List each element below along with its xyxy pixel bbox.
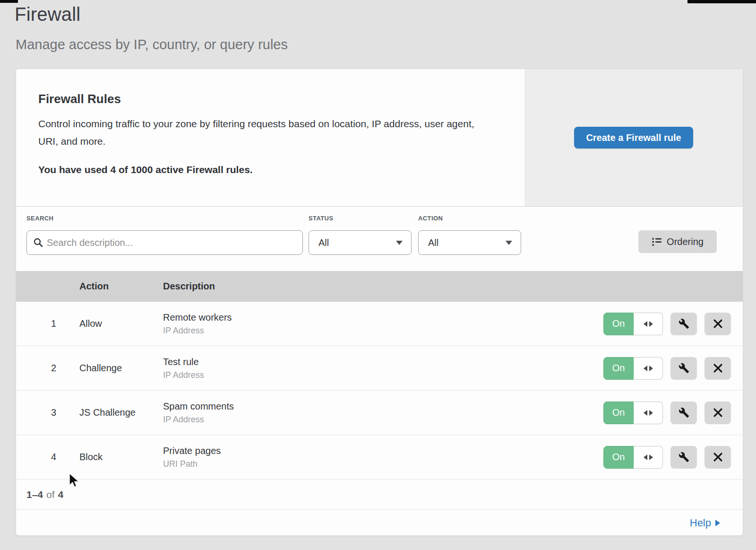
rule-match-type: IP Address	[163, 415, 603, 425]
filter-bar: SEARCH STATUS All ACTION All	[16, 207, 743, 271]
rule-controls: On	[603, 402, 731, 424]
close-icon	[713, 363, 723, 373]
rules-list: 1 Allow Remote workers IP Address On	[16, 302, 743, 480]
delete-rule-button[interactable]	[704, 357, 731, 380]
search-icon	[34, 238, 43, 247]
firewall-rules-heading: Firewall Rules	[38, 92, 493, 106]
close-icon	[713, 408, 723, 418]
arrow-left-icon	[644, 410, 647, 416]
ordering-button-label: Ordering	[667, 236, 704, 247]
firewall-rules-intro-section: Firewall Rules Control incoming traffic …	[16, 69, 743, 207]
rule-description: Remote workers	[163, 312, 603, 323]
edit-rule-button[interactable]	[670, 313, 697, 335]
column-header-description: Description	[163, 281, 743, 292]
capture-artifact	[687, 0, 756, 3]
help-arrow-icon	[715, 520, 720, 526]
toggle-on-segment[interactable]: On	[603, 313, 634, 335]
help-row: Help	[16, 510, 743, 536]
rule-number: 2	[16, 363, 79, 374]
rule-toggle[interactable]: On	[603, 357, 663, 380]
status-select[interactable]: All	[309, 230, 412, 255]
arrow-right-icon	[649, 454, 653, 460]
wrench-icon	[679, 318, 689, 329]
firewall-rules-usage: You have used 4 of 1000 active Firewall …	[38, 164, 493, 175]
rule-match-type: URI Path	[163, 459, 603, 469]
rule-toggle[interactable]: On	[603, 313, 663, 335]
action-select[interactable]: All	[418, 230, 521, 255]
rule-controls: On	[603, 313, 731, 335]
toggle-on-segment[interactable]: On	[603, 446, 634, 469]
toggle-arrows-segment[interactable]	[634, 446, 663, 469]
edit-rule-button[interactable]	[670, 402, 697, 424]
edit-rule-button[interactable]	[670, 446, 697, 469]
ordered-list-icon	[652, 236, 662, 247]
ordering-button[interactable]: Ordering	[638, 230, 717, 253]
rule-action: Block	[79, 452, 163, 463]
delete-rule-button[interactable]	[704, 446, 731, 469]
page-subtitle: Manage access by IP, country, or query r…	[16, 37, 288, 52]
table-row: 2 Challenge Test rule IP Address On	[16, 346, 743, 391]
pagination: 1–4 of 4	[16, 480, 743, 510]
wrench-icon	[679, 407, 689, 418]
delete-rule-button[interactable]	[704, 402, 731, 424]
arrow-left-icon	[644, 454, 647, 460]
toggle-arrows-segment[interactable]	[634, 402, 663, 424]
rule-toggle[interactable]: On	[603, 402, 663, 424]
rule-action: Challenge	[79, 363, 163, 374]
chevron-down-icon	[506, 241, 512, 245]
rule-match-type: IP Address	[163, 370, 603, 380]
rule-number: 1	[16, 318, 79, 329]
rule-description: Spam comments	[163, 401, 603, 412]
arrow-right-icon	[649, 410, 653, 416]
arrow-left-icon	[644, 321, 647, 327]
toggle-on-segment[interactable]: On	[603, 402, 634, 424]
action-value: All	[428, 237, 438, 248]
action-label: ACTION	[418, 215, 443, 222]
rule-controls: On	[603, 357, 731, 380]
toggle-arrows-segment[interactable]	[634, 357, 663, 380]
pagination-total: 4	[58, 489, 64, 500]
rule-match-type: IP Address	[163, 326, 603, 336]
rule-description-cell: Test rule IP Address	[163, 357, 603, 380]
help-link[interactable]: Help	[690, 517, 720, 529]
close-icon	[713, 452, 723, 462]
edit-rule-button[interactable]	[670, 357, 697, 380]
rule-description-cell: Remote workers IP Address	[163, 312, 603, 336]
page-title: Firewall	[15, 4, 80, 25]
table-row: 3 JS Challenge Spam comments IP Address …	[16, 391, 743, 435]
rule-action: JS Challenge	[79, 407, 163, 418]
arrow-right-icon	[649, 366, 653, 371]
rule-number: 3	[16, 407, 79, 418]
rule-toggle[interactable]: On	[603, 446, 663, 469]
pagination-of: of	[46, 489, 55, 500]
search-label: SEARCH	[26, 215, 53, 222]
delete-rule-button[interactable]	[704, 313, 731, 335]
column-header-action: Action	[79, 281, 163, 292]
status-value: All	[318, 237, 329, 248]
search-input[interactable]	[47, 237, 296, 248]
chevron-down-icon	[396, 241, 403, 245]
table-row: 4 Block Private pages URI Path On	[16, 435, 743, 480]
create-firewall-rule-button[interactable]: Create a Firewall rule	[574, 127, 693, 148]
create-rule-panel: Create a Firewall rule	[524, 69, 743, 206]
pagination-range: 1–4	[26, 489, 43, 500]
rule-description: Test rule	[163, 357, 603, 367]
rule-number: 4	[16, 452, 79, 463]
table-header: Action Description	[16, 271, 743, 302]
arrow-left-icon	[644, 366, 647, 371]
toggle-arrows-segment[interactable]	[634, 313, 663, 335]
help-link-label: Help	[690, 517, 711, 529]
status-label: STATUS	[309, 215, 333, 222]
rule-controls: On	[603, 446, 731, 469]
rule-action: Allow	[79, 318, 163, 329]
capture-artifact	[0, 0, 18, 3]
table-row: 1 Allow Remote workers IP Address On	[16, 302, 743, 346]
toggle-on-segment[interactable]: On	[603, 357, 634, 380]
rule-description-cell: Spam comments IP Address	[163, 401, 603, 425]
rule-description-cell: Private pages URI Path	[163, 445, 603, 469]
arrow-right-icon	[649, 321, 653, 327]
firewall-rules-description: Control incoming traffic to your zone by…	[38, 115, 490, 150]
search-box	[26, 230, 303, 255]
firewall-rules-card: Firewall Rules Control incoming traffic …	[16, 69, 743, 536]
close-icon	[713, 319, 723, 329]
